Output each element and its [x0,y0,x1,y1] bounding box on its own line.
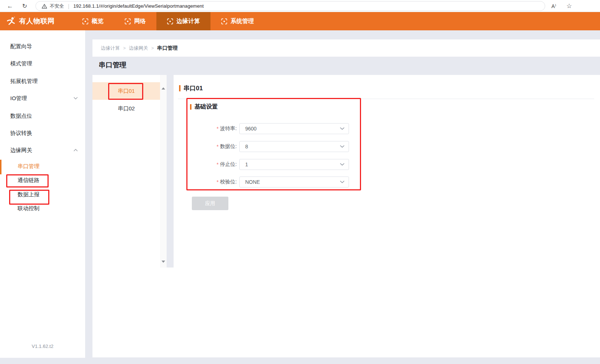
baud-rate-value: 9600 [245,126,257,132]
serial-port-detail: 串口01 基础设置 * 波特率: 9600 * 数 [174,75,600,357]
field-label-text: 停止位: [220,161,237,168]
required-asterisk: * [217,126,219,132]
sidebar-menu: 配置向导 模式管理 拓展机管理 IO管理 数据点位 协议转换 边缘网关 串口管理… [0,30,85,358]
scan-frame-icon [167,18,173,24]
list-item-label: 串口02 [118,105,135,112]
chevron-down-icon [340,181,345,183]
browser-back-button[interactable]: ← [5,1,15,11]
apply-button[interactable]: 应用 [192,197,228,210]
field-label-text: 校验位: [220,179,237,185]
url-text[interactable]: 192.168.1.1/#/origin/defaultEdge/ViewSer… [73,3,204,9]
sidebar-item-data-points[interactable]: 数据点位 [0,107,85,125]
sidebar-item-label: 协议转换 [10,130,32,137]
browser-toolbar: ← ↻ 不安全 | 192.168.1.1/#/origin/defaultEd… [0,0,600,12]
breadcrumb-current: 串口管理 [157,45,178,52]
top-nav-tabs: 概览 网络 边缘计算 系统管理 [72,12,265,30]
tab-network[interactable]: 网络 [114,12,156,30]
list-item-serial-01[interactable]: 串口01 [92,82,160,100]
sidebar-item-data-reporting[interactable]: 数据上报 [0,187,85,201]
brand-logo: 有人物联网 [0,12,72,30]
scroll-up-icon[interactable] [162,87,165,90]
sidebar-item-communication-link[interactable]: 通信链路 [0,173,85,187]
serial-port-list: 串口01 串口02 [92,82,160,117]
baud-rate-select[interactable]: 9600 [239,123,349,134]
required-asterisk: * [217,144,219,149]
parity-label: * 校验位: [174,177,237,187]
basic-settings-heading: 基础设置 [190,103,218,111]
sidebar-item-expansion-management[interactable]: 拓展机管理 [0,72,85,90]
sidebar-item-label: 数据点位 [10,113,32,120]
breadcrumb-separator: > [123,46,126,51]
field-label-text: 波特率: [220,125,237,132]
content-area: 边缘计算 > 边缘网关 > 串口管理 串口管理 串口01 串口02 串口01 基… [92,30,600,364]
read-aloud-icon[interactable]: A⁾ [549,1,559,11]
sidebar-item-label: 边缘网关 [10,147,32,154]
page-title: 串口管理 [99,60,126,70]
scan-frame-icon [221,18,227,24]
security-warning-label: 不安全 [50,3,64,10]
chevron-down-icon [340,127,345,130]
data-bits-value: 8 [245,144,248,149]
stop-bits-value: 1 [245,162,248,167]
chevron-up-icon [73,149,78,152]
tab-overview[interactable]: 概览 [72,12,114,30]
scan-frame-icon [82,18,88,24]
list-item-label: 串口01 [118,88,135,95]
required-asterisk: * [217,162,219,167]
security-warning-icon [42,4,47,9]
heading-accent-bar [190,104,191,110]
sidebar-item-label: 数据上报 [18,191,39,198]
data-bits-select[interactable]: 8 [239,141,349,152]
scroll-down-icon[interactable] [162,261,165,263]
tab-label: 概览 [92,18,103,25]
sidebar-item-label: 串口管理 [18,163,39,170]
sidebar-item-label: 模式管理 [10,60,32,67]
sidebar-item-label: 通信链路 [18,177,39,184]
app-header: 有人物联网 概览 网络 边缘计算 系统管理 [0,12,600,30]
list-scrollbar[interactable] [160,75,167,268]
tab-label: 边缘计算 [176,18,200,25]
field-label-text: 数据位: [220,143,237,150]
breadcrumb-edge-gateway[interactable]: 边缘网关 [129,45,148,52]
required-asterisk: * [217,179,219,185]
parity-select[interactable]: NONE [239,177,349,187]
tab-label: 系统管理 [231,18,254,25]
sidebar-item-mode-management[interactable]: 模式管理 [0,55,85,72]
heading-accent-bar [179,85,181,91]
favorite-star-icon[interactable]: ☆ [564,1,574,11]
sidebar-item-io-management[interactable]: IO管理 [0,90,85,107]
firmware-version: V1.1.62.t2 [0,344,85,349]
basic-settings-title: 基础设置 [194,103,218,111]
brand-title: 有人物联网 [19,16,55,26]
stop-bits-select[interactable]: 1 [239,159,349,170]
list-item-serial-02[interactable]: 串口02 [92,100,160,117]
chevron-down-icon [340,145,345,148]
address-bar[interactable]: 不安全 | 192.168.1.1/#/origin/defaultEdge/V… [35,1,545,11]
tab-label: 网络 [134,18,146,25]
sidebar-item-label: 配置向导 [10,43,32,50]
baud-rate-label: * 波特率: [174,123,237,134]
tab-system-management[interactable]: 系统管理 [210,12,265,30]
detail-heading: 串口01 [179,84,203,92]
browser-refresh-button[interactable]: ↻ [20,1,30,11]
sidebar-item-label: IO管理 [10,95,27,102]
breadcrumb-separator: > [151,46,154,51]
breadcrumb: 边缘计算 > 边缘网关 > 串口管理 [92,39,600,57]
sidebar-item-config-wizard[interactable]: 配置向导 [0,38,85,55]
tab-edge-computing[interactable]: 边缘计算 [156,12,210,30]
usr-person-logo-icon [6,16,16,26]
sidebar-item-linkage-control[interactable]: 联动控制 [0,201,85,215]
chevron-down-icon [73,97,78,100]
stop-bits-label: * 停止位: [174,159,237,170]
sidebar-item-label: 拓展机管理 [10,78,38,85]
sidebar-item-label: 联动控制 [18,205,39,212]
data-bits-label: * 数据位: [174,141,237,152]
sidebar-item-protocol-conversion[interactable]: 协议转换 [0,124,85,142]
serial-management-panel: 串口01 串口02 串口01 基础设置 * 波特率: [92,75,600,357]
sidebar-item-serial-port-management[interactable]: 串口管理 [0,159,85,173]
sidebar-item-edge-gateway[interactable]: 边缘网关 [0,141,85,159]
detail-heading-text: 串口01 [183,84,203,92]
breadcrumb-edge-computing[interactable]: 边缘计算 [101,45,120,52]
heading-divider [178,99,594,99]
parity-value: NONE [245,179,260,185]
